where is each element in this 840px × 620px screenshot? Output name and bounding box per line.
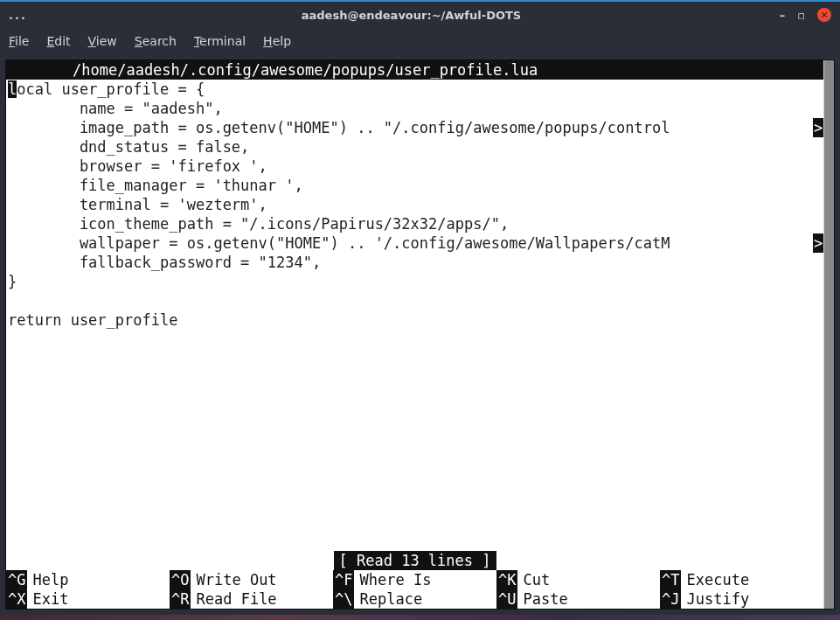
- line-overflow-indicator: >: [813, 118, 823, 137]
- shortcut-write-out: ^OWrite Out: [170, 570, 333, 589]
- nano-status-line: [ Read 13 lines ]: [6, 551, 823, 570]
- nano-shortcut-bar: ^GHelp^OWrite Out^FWhere Is^KCut^TExecut…: [6, 570, 823, 609]
- code-line: file_manager = 'thunar ',: [6, 176, 834, 195]
- window-controls: – ▫ ✕: [744, 8, 831, 22]
- code-line: name = "aadesh",: [6, 99, 834, 118]
- line-overflow-indicator: >: [813, 233, 823, 253]
- window-titlebar: ... aadesh@endeavour:~/Awful-DOTS – ▫ ✕: [0, 0, 840, 28]
- menu-edit[interactable]: Edit: [46, 34, 70, 48]
- code-line: icon_theme_path = "/.icons/Papirus/32x32…: [6, 214, 834, 233]
- menu-file[interactable]: File: [9, 34, 29, 48]
- shortcut-label: Justify: [681, 589, 749, 609]
- shortcut-key: ^K: [496, 570, 517, 589]
- shortcut-replace: ^\Replace: [333, 589, 496, 609]
- minimize-button[interactable]: –: [780, 9, 786, 22]
- app-menu-dots[interactable]: ...: [9, 9, 79, 22]
- nano-buffer[interactable]: local user_profile = { name = "aadesh", …: [6, 80, 834, 330]
- shortcut-justify: ^JJustify: [660, 589, 823, 609]
- shortcut-label: Help: [27, 570, 68, 589]
- menu-terminal[interactable]: Terminal: [194, 34, 246, 48]
- scrollbar-thumb[interactable]: [824, 60, 834, 609]
- shortcut-key: ^U: [496, 589, 517, 609]
- code-line: wallpaper = os.getenv("HOME") .. '/.conf…: [6, 233, 834, 253]
- shortcut-exit: ^XExit: [6, 589, 170, 609]
- shortcut-where-is: ^FWhere Is: [333, 570, 496, 589]
- maximize-button[interactable]: ▫: [797, 9, 805, 22]
- window-title: aadesh@endeavour:~/Awful-DOTS: [79, 9, 744, 22]
- shortcut-key: ^T: [660, 570, 681, 589]
- shortcut-key: ^G: [6, 570, 27, 589]
- shortcut-label: Cut: [517, 570, 550, 589]
- menu-view[interactable]: View: [88, 34, 117, 48]
- scrollbar-vertical[interactable]: [823, 60, 834, 609]
- code-line: dnd_status = false,: [6, 137, 834, 157]
- code-line: image_path = os.getenv("HOME") .. "/.con…: [6, 118, 834, 137]
- shortcut-label: Write Out: [191, 570, 276, 589]
- code-line: [6, 291, 834, 310]
- menu-help[interactable]: Help: [263, 34, 291, 48]
- shortcut-key: ^F: [333, 570, 354, 589]
- shortcut-key: ^O: [170, 570, 191, 589]
- code-line: }: [6, 272, 834, 291]
- shortcut-key: ^\: [333, 589, 354, 609]
- code-line: return user_profile: [6, 310, 834, 330]
- shortcut-help: ^GHelp: [6, 570, 170, 589]
- code-line: local user_profile = {: [6, 80, 834, 99]
- shortcut-label: Paste: [517, 589, 567, 609]
- close-button[interactable]: ✕: [817, 8, 831, 22]
- shortcut-label: Execute: [681, 570, 749, 589]
- menu-bar: File Edit View Search Terminal Help: [0, 28, 840, 54]
- terminal-panel: /home/aadesh/.config/awesome/popups/user…: [5, 59, 835, 610]
- shortcut-read-file: ^RRead File: [170, 589, 333, 609]
- cursor: l: [8, 80, 17, 98]
- shortcut-key: ^X: [6, 589, 27, 609]
- code-line: terminal = 'wezterm',: [6, 195, 834, 214]
- shortcut-cut: ^KCut: [496, 570, 660, 589]
- menu-search[interactable]: Search: [135, 34, 177, 48]
- code-line: browser = 'firefox ',: [6, 157, 834, 176]
- shortcut-label: Exit: [27, 589, 68, 609]
- nano-status-text: [ Read 13 lines ]: [334, 551, 496, 570]
- shortcut-label: Replace: [354, 589, 422, 609]
- nano-title-bar: /home/aadesh/.config/awesome/popups/user…: [6, 60, 834, 80]
- nano-filename: /home/aadesh/.config/awesome/popups/user…: [10, 61, 538, 79]
- code-line: fallback_password = "1234",: [6, 253, 834, 272]
- shortcut-key: ^R: [170, 589, 191, 609]
- desktop-strip: [0, 615, 840, 620]
- terminal-viewport[interactable]: /home/aadesh/.config/awesome/popups/user…: [6, 60, 834, 609]
- shortcut-label: Read File: [191, 589, 276, 609]
- shortcut-paste: ^UPaste: [496, 589, 660, 609]
- shortcut-execute: ^TExecute: [660, 570, 823, 589]
- shortcut-label: Where Is: [354, 570, 431, 589]
- shortcut-key: ^J: [660, 589, 681, 609]
